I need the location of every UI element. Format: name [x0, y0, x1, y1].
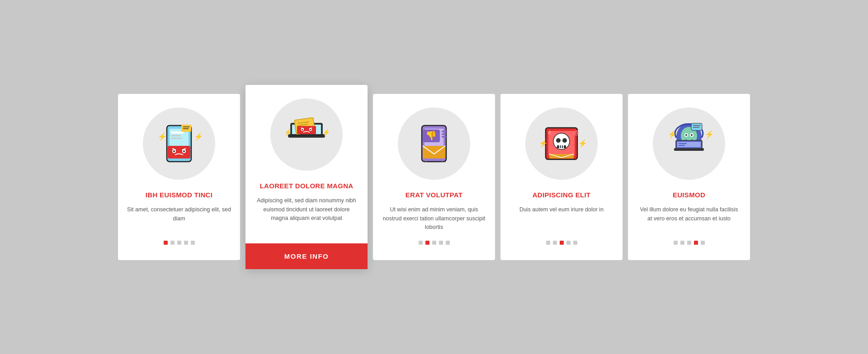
card-3: 👎 ERAT VOLUTPAT Ut wisi enim ad minim ve…: [373, 94, 495, 261]
more-info-button[interactable]: MORE INFO: [245, 243, 368, 269]
icon-circle-2: ⚡ ⚡: [270, 98, 343, 171]
svg-rect-23: [297, 126, 316, 134]
svg-text:⚡: ⚡: [322, 129, 330, 136]
card-4-text: Duis autem vel eum iriure dolor in: [519, 205, 604, 232]
card-5-title: EUISMOD: [673, 191, 705, 200]
dot: [177, 241, 181, 245]
dot: [425, 241, 429, 245]
svg-point-60: [685, 134, 687, 136]
card-3-dots: [419, 241, 450, 245]
card-3-title: ERAT VOLUTPAT: [406, 191, 462, 200]
svg-text:👎: 👎: [425, 130, 437, 141]
dot: [419, 241, 423, 245]
dot: [553, 241, 557, 245]
cards-container: ⚡ ⚡ IBH EUISMOD TINCI Sit amet, consecte…: [104, 76, 764, 279]
dot: [170, 241, 175, 245]
svg-text:⚡: ⚡: [668, 130, 677, 139]
dot: [432, 241, 436, 245]
card-4: # @ ⚡ ⚡ ADIPISCING ELIT Duis autem vel e…: [500, 94, 623, 261]
card-1: ⚡ ⚡ IBH EUISMOD TINCI Sit amet, consecte…: [118, 94, 240, 261]
svg-rect-66: [677, 142, 701, 147]
dot: [680, 241, 684, 245]
svg-text:⚡: ⚡: [158, 132, 167, 141]
card-4-title: ADIPISCING ELIT: [533, 191, 591, 200]
dot: [566, 241, 571, 245]
card-5: ⚡ ⚡ EUISMOD Vel illum dolore eu feugiat …: [628, 94, 750, 261]
dot: [687, 241, 691, 245]
icon-circle-4: # @ ⚡ ⚡: [525, 107, 598, 180]
svg-text:⚡: ⚡: [539, 139, 548, 148]
dot: [184, 241, 188, 245]
dot: [446, 241, 450, 245]
svg-text:@: @: [574, 130, 579, 136]
svg-point-45: [556, 138, 561, 143]
svg-rect-2: [171, 131, 184, 134]
dot: [573, 241, 577, 245]
dot: [560, 241, 564, 245]
svg-rect-4: [171, 138, 182, 139]
svg-point-46: [562, 138, 567, 143]
icon-circle-3: 👎: [398, 107, 470, 180]
dot: [164, 241, 168, 245]
card-2-text: Adipiscing elit, sed diam nonummy nibh e…: [255, 196, 359, 234]
svg-rect-3: [171, 135, 181, 136]
dot: [674, 241, 678, 245]
svg-point-61: [691, 134, 693, 136]
card-5-text: Vel illum dolore eu feugiat nulla facili…: [637, 205, 741, 232]
dot: [439, 241, 443, 245]
card-3-text: Ut wisi enim ad minim veniam, quis nostr…: [382, 205, 486, 232]
svg-text:#: #: [548, 130, 551, 136]
svg-point-9: [183, 150, 185, 152]
svg-text:⚡: ⚡: [194, 132, 203, 141]
card-2: ⚡ ⚡ LAOREET DOLORE MAGNA Adipiscing elit…: [245, 85, 368, 270]
svg-point-26: [302, 129, 303, 130]
dot: [546, 241, 550, 245]
svg-rect-71: [691, 123, 702, 130]
svg-text:⚡: ⚡: [284, 129, 292, 136]
card-1-title: IBH EUISMOD TINCI: [146, 191, 212, 200]
svg-point-8: [173, 150, 175, 152]
card-2-title: LAOREET DOLORE MAGNA: [260, 182, 354, 191]
card-1-dots: [164, 241, 195, 245]
svg-text:⚡: ⚡: [578, 139, 586, 148]
dot: [694, 241, 698, 245]
svg-point-27: [310, 129, 311, 130]
svg-rect-14: [181, 125, 191, 132]
card-1-text: Sit amet, consectetuer adipiscing elit, …: [127, 205, 231, 232]
dot: [191, 241, 195, 245]
svg-rect-5: [168, 146, 190, 158]
card-5-dots: [674, 241, 705, 245]
svg-text:⚡: ⚡: [705, 130, 714, 139]
card-4-dots: [546, 241, 577, 245]
icon-circle-5: ⚡ ⚡: [653, 107, 725, 180]
icon-circle-1: ⚡ ⚡: [143, 107, 215, 180]
dot: [701, 241, 705, 245]
